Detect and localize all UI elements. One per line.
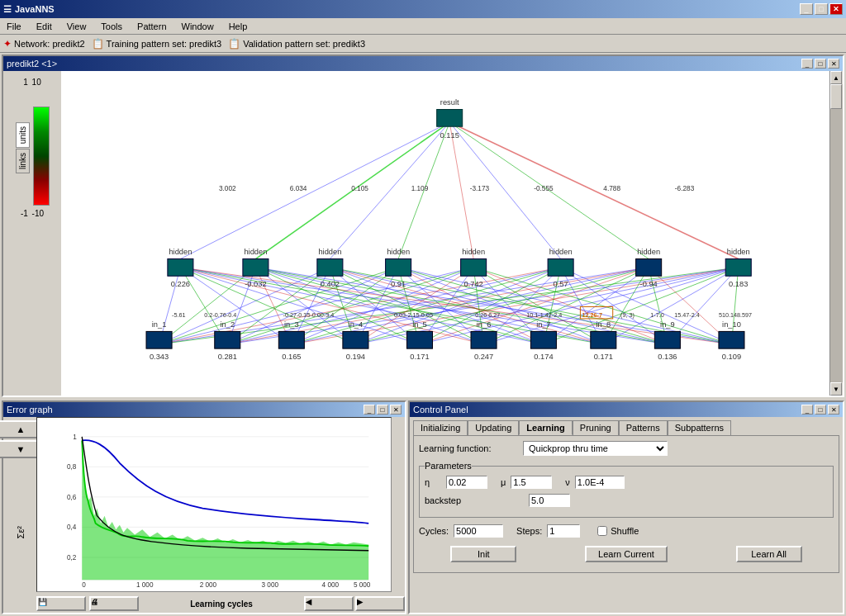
svg-rect-149 <box>591 331 616 348</box>
shuffle-checkbox[interactable] <box>597 526 607 536</box>
hidden-node-3[interactable]: hidden 0.402 <box>317 248 343 287</box>
action-buttons: Init Learn Current Learn All <box>419 546 834 562</box>
tab-subpatterns[interactable]: Subpatterns <box>668 420 731 435</box>
x-axis-label: Learning cycles <box>142 599 301 609</box>
learning-function-select[interactable]: Quickprop thru time Backprop Quickprop R… <box>523 441 668 456</box>
output-node[interactable]: result 0.115 <box>437 98 463 139</box>
weight-label-2: 6.034 <box>290 185 307 192</box>
svg-text:in_3: in_3 <box>284 320 299 329</box>
svg-text:1: 1 <box>73 434 77 441</box>
app-title: JavaNNS <box>15 4 55 14</box>
nu-input[interactable] <box>575 476 625 489</box>
network-canvas[interactable]: result 0.115 3.002 6.034 0.105 1.109 -3.… <box>61 71 829 396</box>
hidden-node-1[interactable]: hidden 0.226 <box>168 248 193 287</box>
nav-left[interactable]: ◀ <box>304 596 354 611</box>
svg-text:1 000: 1 000 <box>136 581 154 589</box>
maximize-button[interactable]: □ <box>815 3 828 15</box>
nav-right[interactable]: ▶ <box>355 596 405 611</box>
weight-label-4: 1.109 <box>411 185 429 192</box>
menu-window[interactable]: Window <box>178 21 217 32</box>
error-save-btn[interactable]: 💾 <box>36 596 86 611</box>
weight-label-8: -6.283 <box>675 185 695 192</box>
scroll-thumb[interactable] <box>830 84 842 109</box>
close-button[interactable]: ✕ <box>829 3 843 15</box>
weight-label-3: 0.105 <box>351 185 368 192</box>
svg-rect-110 <box>636 259 662 277</box>
scroll-up[interactable]: ▲ <box>830 71 842 84</box>
svg-text:hidden: hidden <box>549 248 573 256</box>
control-panel-title: Control Panel _ □ ✕ <box>410 402 843 417</box>
backstep-input[interactable] <box>529 494 570 507</box>
learning-function-label: Learning function: <box>419 443 518 453</box>
svg-rect-101 <box>386 259 411 277</box>
svg-text:0.136: 0.136 <box>658 353 677 361</box>
bottom-panels: Error graph _ □ ✕ ▲ ▼ Σε² 1 0,8 <box>2 400 844 614</box>
error-print-btn[interactable]: 🖨 <box>89 596 139 611</box>
params-group: Parameters η μ ν backstep <box>419 461 834 518</box>
svg-text:hidden: hidden <box>462 248 485 256</box>
menu-pattern[interactable]: Pattern <box>134 21 169 32</box>
tab-patterns[interactable]: Patterns <box>619 420 668 435</box>
legend-max-val: 10 <box>32 78 41 87</box>
error-maximize[interactable]: □ <box>377 405 388 415</box>
app-icon: ☰ <box>3 4 12 15</box>
error-close[interactable]: ✕ <box>390 405 402 415</box>
menu-file[interactable]: File <box>3 21 25 32</box>
mu-label: μ <box>501 477 506 487</box>
side-legend: 1 10 units links -1 -10 <box>3 71 61 396</box>
cp-close[interactable]: ✕ <box>828 405 839 415</box>
tab-links[interactable]: links <box>16 149 30 173</box>
cycles-input[interactable] <box>454 524 503 538</box>
eta-input[interactable] <box>446 476 487 489</box>
svg-text:3 000: 3 000 <box>262 581 279 589</box>
svg-rect-113 <box>725 259 751 277</box>
menu-edit[interactable]: Edit <box>33 21 55 32</box>
menu-help[interactable]: Help <box>226 21 251 32</box>
menu-view[interactable]: View <box>64 21 90 32</box>
learn-all-button[interactable]: Learn All <box>736 546 802 562</box>
svg-text:-0.27-0.35-0.00-3.4: -0.27-0.35-0.00-3.4 <box>283 311 335 319</box>
svg-text:in_5: in_5 <box>412 320 427 329</box>
svg-text:510.148.597: 510.148.597 <box>719 311 752 319</box>
svg-text:0.91: 0.91 <box>391 280 406 288</box>
cycles-label: Cycles: <box>419 526 449 536</box>
error-bottom: 💾 🖨 Learning cycles ◀ ▶ <box>36 596 405 611</box>
input-node-10[interactable]: in_10 0.109 <box>719 320 744 360</box>
network-maximize[interactable]: □ <box>815 59 826 69</box>
tab-pruning[interactable]: Pruning <box>573 420 619 435</box>
init-button[interactable]: Init <box>450 546 516 562</box>
cp-maximize[interactable]: □ <box>815 405 826 415</box>
hidden-node-8[interactable]: hidden 0.183 <box>725 248 751 287</box>
error-panel-name: Error graph <box>7 405 53 415</box>
error-minimize[interactable]: _ <box>364 405 375 415</box>
cp-minimize[interactable]: _ <box>801 405 813 415</box>
learn-current-button[interactable]: Learn Current <box>585 546 668 562</box>
svg-rect-155 <box>719 331 744 348</box>
hidden-node-2[interactable]: hidden -0.032 <box>243 248 269 287</box>
params-row-1: η μ ν <box>425 476 828 489</box>
menu-tools[interactable]: Tools <box>97 21 126 32</box>
control-panel: Control Panel _ □ ✕ Initializing Updatin… <box>408 400 844 614</box>
network-label: Network: predikt2 <box>14 39 85 49</box>
minimize-button[interactable]: _ <box>800 3 813 15</box>
scroll-track[interactable] <box>830 84 843 382</box>
steps-input[interactable] <box>547 524 580 538</box>
network-close[interactable]: ✕ <box>828 59 839 69</box>
svg-rect-143 <box>471 331 497 348</box>
hidden-node-5[interactable]: hidden 0.742 <box>461 248 487 287</box>
eta-label: η <box>425 477 441 487</box>
scroll-down[interactable]: ▼ <box>830 382 842 396</box>
tab-learning[interactable]: Learning <box>519 420 572 435</box>
svg-text:0.171: 0.171 <box>594 353 613 361</box>
legend-max: 1 <box>23 78 28 87</box>
svg-text:5 000: 5 000 <box>354 581 371 589</box>
svg-text:0: 0 <box>82 581 86 589</box>
tab-updating[interactable]: Updating <box>468 420 519 435</box>
weight-label-1: 3.002 <box>219 185 236 192</box>
tab-units[interactable]: units <box>16 122 30 148</box>
network-minimize[interactable]: _ <box>801 59 813 69</box>
network-scrollbar[interactable]: ▲ ▼ <box>829 71 843 396</box>
tab-initializing[interactable]: Initializing <box>413 420 468 435</box>
mu-input[interactable] <box>511 476 552 489</box>
legend-min-val: -10 <box>32 209 44 218</box>
